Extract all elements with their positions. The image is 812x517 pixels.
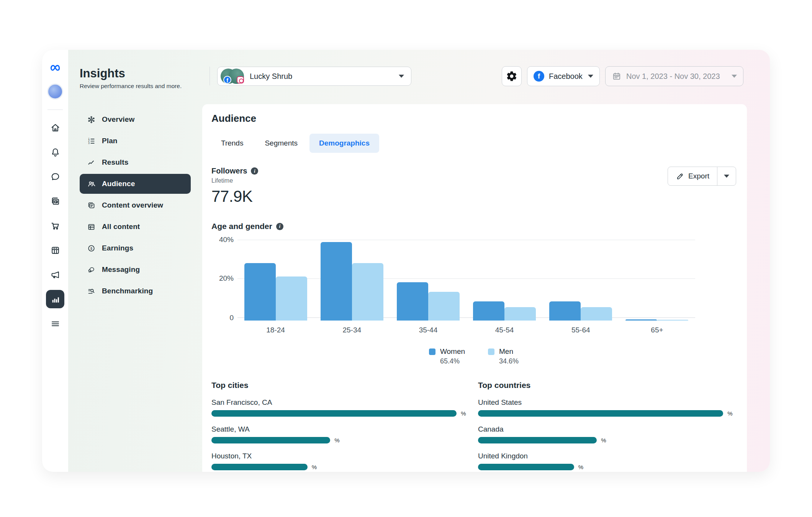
chevron-down-icon <box>732 75 737 78</box>
legend-label: Men <box>499 347 513 356</box>
sidebar-item-messaging[interactable]: Messaging <box>80 260 191 280</box>
home-icon[interactable] <box>46 118 64 137</box>
geo-row-houston-tx: Houston, TX% <box>211 452 469 470</box>
settings-gear-icon[interactable] <box>502 66 522 86</box>
followers-section: Followers i Lifetime 77.9K Export <box>211 167 736 206</box>
facebook-badge-icon: f <box>223 76 231 84</box>
user-avatar[interactable] <box>47 83 63 100</box>
geo-value-suffix: % <box>601 437 606 443</box>
women-bar-18-24 <box>244 263 276 321</box>
age-gender-plot <box>237 236 695 321</box>
followers-value: 77.9K <box>211 187 258 206</box>
women-bar-35-44 <box>397 282 428 321</box>
date-range-text: Nov 1, 2023 - Nov 30, 2023 <box>626 72 720 81</box>
commerce-icon[interactable] <box>46 216 64 235</box>
meta-logo-icon[interactable] <box>48 61 62 74</box>
svg-text:$: $ <box>90 246 92 250</box>
geo-row-united-kingdon: United Kingdon% <box>478 452 736 470</box>
posts-icon[interactable] <box>46 192 64 210</box>
geo-value-suffix: % <box>461 410 466 417</box>
content-overview-icon <box>87 201 96 210</box>
geo-bar-track <box>211 410 457 417</box>
calendar-icon <box>612 71 622 81</box>
notifications-icon[interactable] <box>46 143 64 161</box>
geo-row-san-francisco-ca: San Francisco, CA% <box>211 398 469 417</box>
messages-icon[interactable] <box>46 167 64 186</box>
sidebar-item-label: Content overview <box>102 201 163 209</box>
platform-selector-dropdown[interactable]: f Facebook <box>527 66 600 86</box>
page-avatars: f <box>221 68 244 85</box>
top-cities-section: Top cities San Francisco, CA%Seattle, WA… <box>211 381 469 470</box>
sidebar-item-content-overview[interactable]: Content overview <box>80 195 191 215</box>
planner-icon[interactable] <box>46 241 64 259</box>
bar-group-35-44 <box>390 236 466 321</box>
page-selector-dropdown[interactable]: f Lucky Shrub <box>217 67 411 86</box>
geo-bar-track <box>478 464 574 470</box>
meta-business-suite-window: Insights Review performance results and … <box>42 50 770 472</box>
geo-label: Seattle, WA <box>211 425 469 434</box>
rail-divider <box>47 110 63 110</box>
geo-bar-track <box>478 410 723 417</box>
age-gender-title: Age and gender <box>211 222 272 231</box>
geo-row-canada: Canada% <box>478 425 736 443</box>
sidebar-item-results[interactable]: Results <box>80 152 191 172</box>
messaging-icon <box>87 265 96 274</box>
sidebar-item-label: Plan <box>102 137 118 145</box>
women-bar-25-34 <box>321 242 352 321</box>
instagram-badge-icon <box>237 76 244 83</box>
sidebar-subtitle: Review performance results and more. <box>80 83 202 90</box>
sidebar-item-plan[interactable]: 1 2 3 Plan <box>80 131 191 151</box>
bar-group-25-34 <box>314 236 390 321</box>
top-countries-section: Top countries United States%Canada%Unite… <box>478 381 736 470</box>
bar-group-65+ <box>619 236 695 321</box>
men-bar-35-44 <box>428 292 460 321</box>
sidebar-item-earnings[interactable]: $ Earnings <box>80 238 191 258</box>
y-tick-20: 20% <box>219 274 234 283</box>
bar-group-55-64 <box>543 236 619 321</box>
info-icon[interactable]: i <box>251 167 258 175</box>
sidebar-item-all-content[interactable]: All content <box>80 217 191 237</box>
x-tick-65+: 65+ <box>619 326 695 334</box>
geo-label: United States <box>478 398 736 407</box>
top-countries-title: Top countries <box>478 381 736 390</box>
sidebar-item-benchmarking[interactable]: Benchmarking <box>80 281 191 301</box>
geo-bar-track <box>211 437 330 443</box>
more-menu-icon[interactable] <box>46 314 64 333</box>
export-more-options[interactable] <box>717 167 736 185</box>
sidebar-item-label: Messaging <box>102 265 140 274</box>
geo-value-suffix: % <box>578 464 583 470</box>
tab-segments[interactable]: Segments <box>255 134 307 153</box>
bar-group-45-54 <box>467 236 543 321</box>
audience-tabs: Trends Segments Demographics <box>211 134 736 153</box>
legend-item-men: Men34.6% <box>488 347 519 365</box>
x-tick-55-64: 55-64 <box>543 326 619 334</box>
sidebar-item-label: Benchmarking <box>102 287 153 295</box>
benchmarking-icon <box>87 286 96 296</box>
geo-label: United Kingdon <box>478 452 736 460</box>
sidebar-item-overview[interactable]: Overview <box>80 110 191 129</box>
legend-swatch-men <box>488 348 494 355</box>
insights-chart-icon[interactable] <box>46 290 64 308</box>
icon-rail <box>42 50 68 472</box>
export-button[interactable]: Export <box>668 167 736 186</box>
info-icon[interactable]: i <box>276 223 283 230</box>
age-gender-section-head: Age and gender i <box>211 222 736 231</box>
sidebar-item-audience[interactable]: Audience <box>80 174 191 194</box>
age-gender-legend: Women65.4%Men34.6% <box>211 347 736 365</box>
results-icon <box>87 158 96 167</box>
sidebar-item-label: Earnings <box>102 244 133 252</box>
date-range-picker[interactable]: Nov 1, 2023 - Nov 30, 2023 <box>605 66 743 86</box>
ads-megaphone-icon[interactable] <box>46 265 64 284</box>
x-tick-18-24: 18-24 <box>237 326 314 334</box>
tab-trends[interactable]: Trends <box>211 134 253 153</box>
x-tick-25-34: 25-34 <box>314 326 390 334</box>
tab-demographics[interactable]: Demographics <box>309 134 379 153</box>
y-axis: 40% 20% 0 <box>211 236 237 321</box>
geo-bar-track <box>478 437 597 443</box>
x-tick-45-54: 45-54 <box>467 326 543 334</box>
geo-label: Houston, TX <box>211 452 469 460</box>
legend-share: 34.6% <box>499 357 519 365</box>
geo-bar <box>478 410 723 417</box>
legend-label: Women <box>440 347 465 356</box>
followers-period: Lifetime <box>211 177 258 184</box>
